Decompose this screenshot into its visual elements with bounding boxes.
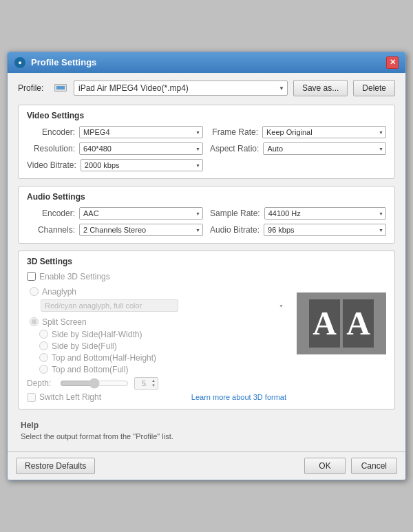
- top-bottom-half-row: Top and Bottom(Half-Height): [39, 353, 286, 363]
- profile-type-icon: [54, 83, 67, 92]
- video-bitrate-label: Video Bitrate:: [27, 160, 76, 170]
- help-title: Help: [21, 421, 395, 430]
- top-bottom-full-radio[interactable]: [39, 365, 48, 374]
- side-by-side-full-radio[interactable]: [39, 341, 48, 350]
- audio-settings-grid: Encoder: AAC ▼ Sample Rate: 44100 Hz: [27, 207, 386, 236]
- depth-up-button[interactable]: ▲: [151, 379, 156, 383]
- audio-encoder-row: Encoder: AAC ▼: [27, 207, 203, 220]
- learn-more-link[interactable]: Learn more about 3D format: [191, 393, 286, 401]
- resolution-select[interactable]: 640*480: [79, 142, 203, 155]
- switch-left-right-checkbox[interactable]: [27, 393, 36, 402]
- enable-3d-row: Enable 3D Settings: [27, 272, 286, 281]
- dialog-content: Profile: iPad Air MPEG4 Video(*.mp4) ▼ S…: [8, 73, 405, 451]
- anaglyph-label: Anaglyph: [42, 287, 76, 297]
- title-bar-left: ● Profile Settings: [14, 57, 96, 68]
- aspect-ratio-row: Aspect Ratio: Auto ▼: [210, 142, 386, 155]
- top-bottom-full-label: Top and Bottom(Full): [52, 365, 128, 374]
- 3d-settings-body: Enable 3D Settings Anaglyph Red/cyan ana…: [27, 272, 386, 402]
- svg-rect-2: [56, 86, 65, 89]
- enable-3d-checkbox[interactable]: [27, 272, 36, 281]
- anaglyph-row: Anaglyph: [27, 287, 286, 297]
- sample-rate-row: Sample Rate: 44100 Hz ▼: [210, 207, 386, 220]
- app-icon: ●: [14, 57, 25, 68]
- video-settings-grid: Encoder: MPEG4 ▼ Frame Rate: Keep Origin…: [27, 126, 386, 171]
- video-bitrate-select[interactable]: 2000 kbps: [81, 159, 203, 171]
- side-by-side-half-radio[interactable]: [39, 330, 48, 339]
- delete-button[interactable]: Delete: [353, 80, 395, 96]
- aspect-ratio-select[interactable]: Auto: [263, 142, 386, 155]
- audio-encoder-label: Encoder:: [27, 209, 75, 218]
- 3d-preview-container: A A: [297, 272, 386, 402]
- encoder-row: Encoder: MPEG4 ▼: [27, 126, 203, 138]
- side-by-side-full-row: Side by Side(Full): [39, 341, 286, 351]
- audio-settings-section: Audio Settings Encoder: AAC ▼ Sample Rat…: [18, 186, 395, 244]
- aspect-ratio-label: Aspect Ratio:: [210, 144, 259, 153]
- side-by-side-full-label: Side by Side(Full): [52, 341, 117, 351]
- audio-bitrate-select[interactable]: 96 kbps: [264, 224, 386, 236]
- video-settings-title: Video Settings: [27, 111, 386, 120]
- 3d-preview-letters: A A: [309, 299, 374, 348]
- depth-row: Depth: 5 ▲ ▼: [27, 377, 286, 390]
- title-bar: ● Profile Settings ✕: [8, 52, 405, 73]
- anaglyph-arrow-icon: ▼: [279, 303, 284, 308]
- ok-button[interactable]: OK: [304, 458, 345, 474]
- sample-rate-select[interactable]: 44100 Hz: [264, 207, 386, 220]
- aspect-ratio-select-wrap: Auto ▼: [263, 142, 386, 155]
- cancel-button[interactable]: Cancel: [351, 458, 397, 474]
- channels-row: Channels: 2 Channels Stereo ▼: [27, 224, 203, 236]
- split-screen-options: Side by Side(Half-Width) Side by Side(Fu…: [39, 330, 286, 374]
- split-screen-row: Split Screen: [27, 317, 286, 327]
- frame-rate-select[interactable]: Keep Original: [262, 126, 386, 138]
- dialog-title: Profile Settings: [31, 57, 96, 67]
- encoder-select[interactable]: MPEG4: [79, 126, 203, 138]
- save-as-button[interactable]: Save as...: [293, 80, 348, 96]
- anaglyph-select-wrap: Red/cyan anaglyph, full color ▼: [41, 299, 286, 312]
- 3d-settings-section: 3D Settings Enable 3D Settings Anaglyph …: [18, 251, 395, 409]
- frame-rate-row: Frame Rate: Keep Original ▼: [210, 126, 386, 138]
- sample-rate-label: Sample Rate:: [210, 209, 260, 218]
- enable-3d-label: Enable 3D Settings: [39, 272, 110, 281]
- frame-rate-select-wrap: Keep Original ▼: [262, 126, 386, 138]
- close-button[interactable]: ✕: [386, 56, 399, 69]
- preview-letter-a1: A: [309, 299, 340, 348]
- depth-slider[interactable]: [60, 378, 129, 389]
- video-bitrate-row: Video Bitrate: 2000 kbps ▼: [27, 159, 203, 171]
- 3d-settings-title: 3D Settings: [27, 257, 386, 266]
- depth-down-button[interactable]: ▼: [151, 383, 156, 388]
- profile-row: Profile: iPad Air MPEG4 Video(*.mp4) ▼ S…: [18, 80, 395, 96]
- top-bottom-half-label: Top and Bottom(Half-Height): [52, 353, 156, 363]
- depth-label: Depth:: [27, 379, 54, 388]
- sample-rate-select-wrap: 44100 Hz ▼: [264, 207, 386, 220]
- frame-rate-label: Frame Rate:: [210, 127, 258, 137]
- side-by-side-half-label: Side by Side(Half-Width): [52, 330, 142, 339]
- anaglyph-radio[interactable]: [30, 287, 39, 296]
- anaglyph-select[interactable]: Red/cyan anaglyph, full color: [41, 299, 178, 312]
- resolution-label: Resolution:: [27, 144, 75, 153]
- bottom-right-buttons: OK Cancel: [304, 458, 397, 474]
- switch-left-right-label: Switch Left Right: [39, 392, 101, 402]
- depth-arrows: ▲ ▼: [151, 379, 156, 388]
- audio-bitrate-select-wrap: 96 kbps ▼: [264, 224, 386, 236]
- profile-settings-dialog: ● Profile Settings ✕ Profile: iPad Air M…: [7, 52, 406, 480]
- audio-bitrate-row: Audio Bitrate: 96 kbps ▼: [210, 224, 386, 236]
- depth-value-wrap: 5 ▲ ▼: [134, 377, 158, 390]
- profile-select[interactable]: iPad Air MPEG4 Video(*.mp4): [74, 81, 288, 96]
- split-screen-radio[interactable]: [30, 317, 39, 326]
- audio-encoder-select[interactable]: AAC: [79, 207, 203, 220]
- switch-left-right-row: Switch Left Right: [27, 392, 101, 402]
- bottom-bar: Restore Defaults OK Cancel: [8, 451, 405, 480]
- split-screen-label: Split Screen: [42, 317, 87, 327]
- top-bottom-half-radio[interactable]: [39, 353, 48, 362]
- side-by-side-half-row: Side by Side(Half-Width): [39, 330, 286, 339]
- switch-learn-row: Switch Left Right Learn more about 3D fo…: [27, 392, 286, 402]
- channels-select[interactable]: 2 Channels Stereo: [79, 224, 203, 236]
- restore-defaults-button[interactable]: Restore Defaults: [16, 458, 95, 474]
- video-bitrate-select-wrap: 2000 kbps ▼: [81, 159, 203, 171]
- resolution-row: Resolution: 640*480 ▼: [27, 142, 203, 155]
- encoder-select-wrap: MPEG4 ▼: [79, 126, 203, 138]
- resolution-select-wrap: 640*480 ▼: [79, 142, 203, 155]
- audio-bitrate-label: Audio Bitrate:: [210, 225, 260, 235]
- channels-label: Channels:: [27, 225, 75, 235]
- 3d-preview-box: A A: [297, 292, 386, 354]
- video-settings-section: Video Settings Encoder: MPEG4 ▼ Frame Ra…: [18, 105, 395, 179]
